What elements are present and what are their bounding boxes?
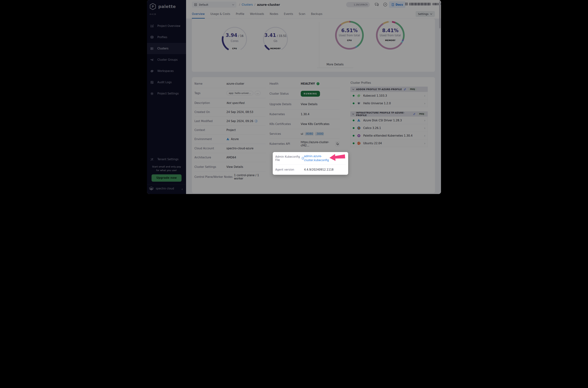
agent-version-value: 4.4.9/20240912.1118 bbox=[304, 168, 334, 171]
popup-row-agent: Agent version 4.4.9/20240912.1118 bbox=[275, 165, 346, 174]
admin-kubeconfig-link[interactable]: admin.azure-cluster.kubeconfig bbox=[304, 154, 333, 162]
info-icon[interactable]: i bbox=[302, 157, 304, 160]
annotation-arrow bbox=[329, 153, 346, 162]
row-label: Admin Kubeconfig File bbox=[275, 155, 300, 162]
row-label: Agent version bbox=[275, 168, 304, 171]
app-window: P palette 4.4.19 Project Overview Profil… bbox=[147, 0, 441, 194]
